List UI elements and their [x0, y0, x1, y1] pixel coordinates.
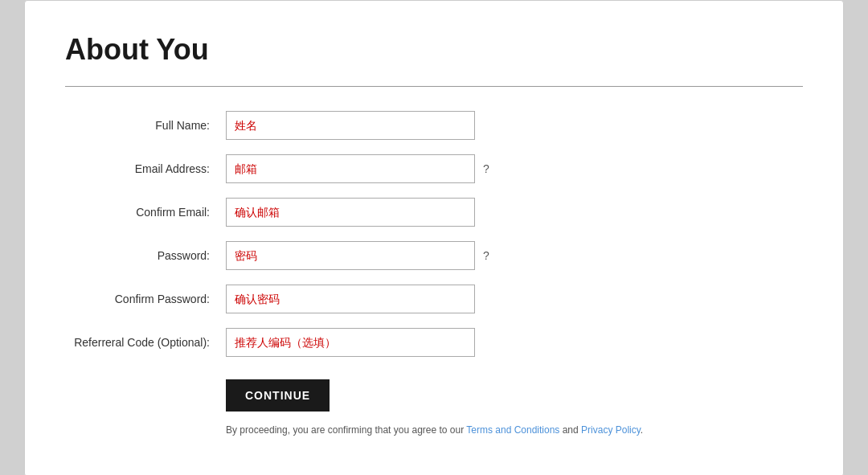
registration-card: About You Full Name: Email Address: ? Co…: [24, 0, 844, 475]
confirm-password-row: Confirm Password:: [65, 285, 803, 313]
confirm-email-input[interactable]: [226, 198, 475, 227]
referral-code-input[interactable]: [226, 328, 475, 357]
referral-code-label: Referreral Code (Optional):: [65, 336, 226, 349]
confirm-password-label: Confirm Password:: [65, 293, 226, 305]
confirm-password-input[interactable]: [226, 285, 475, 313]
password-row: Password: ?: [65, 241, 803, 270]
continue-button-wrapper: CONTINUE: [65, 371, 803, 412]
password-label: Password:: [65, 249, 226, 262]
password-input[interactable]: [226, 241, 475, 270]
email-row: Email Address: ?: [65, 154, 803, 183]
terms-conditions-link[interactable]: Terms and Conditions: [466, 424, 559, 436]
password-help-icon[interactable]: ?: [483, 249, 489, 262]
terms-text: By proceeding, you are confirming that y…: [226, 424, 803, 436]
continue-button[interactable]: CONTINUE: [226, 379, 330, 412]
terms-prefix: By proceeding, you are confirming that y…: [226, 424, 466, 436]
terms-suffix: .: [641, 424, 643, 436]
email-label: Email Address:: [65, 162, 226, 175]
privacy-policy-link[interactable]: Privacy Policy: [581, 424, 641, 436]
email-input[interactable]: [226, 154, 475, 183]
registration-form: Full Name: Email Address: ? Confirm Emai…: [65, 111, 803, 436]
terms-and: and: [559, 424, 581, 436]
referral-code-row: Referreral Code (Optional):: [65, 328, 803, 357]
full-name-row: Full Name:: [65, 111, 803, 140]
confirm-email-row: Confirm Email:: [65, 198, 803, 227]
confirm-email-label: Confirm Email:: [65, 206, 226, 219]
divider: [65, 86, 803, 87]
full-name-label: Full Name:: [65, 119, 226, 132]
full-name-input[interactable]: [226, 111, 475, 140]
email-help-icon[interactable]: ?: [483, 162, 489, 175]
page-title: About You: [65, 33, 803, 67]
